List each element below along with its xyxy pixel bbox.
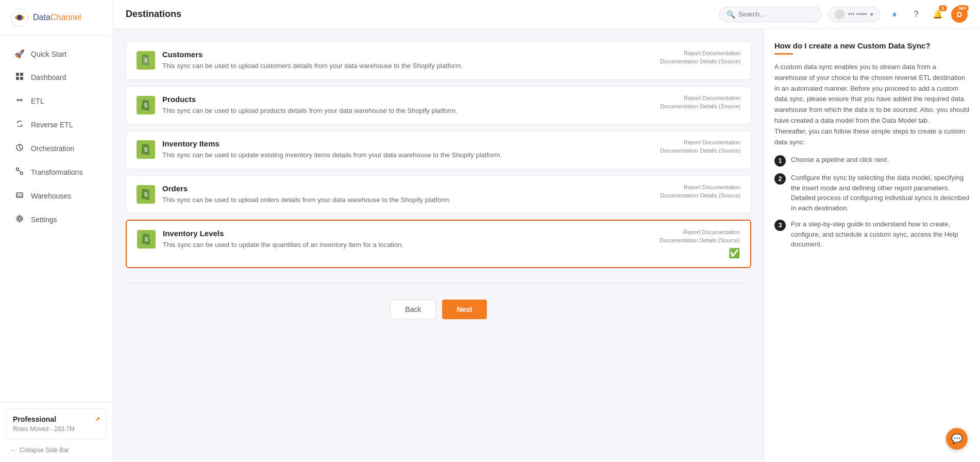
svg-text:S: S [144, 58, 148, 63]
shopify-icon-inventory-items: S [137, 140, 155, 159]
sync-body-inventory-levels: Inventory Levels This sync can be used t… [163, 229, 652, 250]
svg-point-1 [17, 15, 22, 20]
sidebar-item-quick-start[interactable]: 🚀 Quick Start [4, 43, 109, 65]
back-button[interactable]: Back [390, 300, 436, 319]
sidebar-item-warehouses[interactable]: Warehouses [4, 185, 109, 207]
sync-links-products: Report Documentation Documentation Detai… [660, 95, 740, 109]
chat-icon: 💬 [951, 433, 962, 444]
sync-desc-customers: This sync can be used to upload customer… [162, 61, 653, 71]
help-title: How do I create a new Custom Data Sync? [774, 41, 970, 50]
svg-text:S: S [144, 147, 148, 153]
plan-rows-label: Rows Moved - 283.7M [13, 425, 100, 433]
sync-list: S Customers This sync can be used to upl… [126, 41, 751, 274]
messages-badge: 99+ [957, 5, 969, 11]
shopify-icon-inventory-levels: S [137, 230, 156, 249]
help-icon: ? [914, 10, 919, 19]
step-item-3: 3 For a step-by-step guide to understand… [774, 219, 970, 250]
diamond-icon: ♦ [892, 10, 897, 19]
sync-item-orders[interactable]: S Orders This sync can be used to upload… [126, 175, 751, 214]
steps-list: 1 Choose a pipeline and click next. 2 Co… [774, 155, 970, 250]
doc-details-link-orders[interactable]: Documentation Details (Source) [660, 192, 740, 199]
sync-body-products: Products This sync can be used to upload… [162, 95, 653, 116]
collapse-sidebar-button[interactable]: ← Collapse Side Bar [6, 444, 107, 456]
external-link-icon[interactable]: ↗ [95, 416, 100, 423]
sidebar-item-orchestration[interactable]: Orchestration [4, 137, 109, 160]
user-info-dropdown[interactable]: ••• ••••• ▾ [828, 7, 880, 22]
warehouses-icon [14, 191, 25, 201]
svg-rect-5 [20, 77, 23, 80]
doc-details-link-inventory-items[interactable]: Documentation Details (Source) [660, 147, 740, 154]
sync-body-customers: Customers This sync can be used to uploa… [162, 50, 653, 71]
chat-button[interactable]: 💬 [946, 428, 968, 450]
right-panel: How do I create a new Custom Data Sync? … [764, 29, 980, 462]
svg-text:S: S [145, 237, 148, 242]
reverse-etl-icon [14, 120, 25, 130]
sync-links-customers: Report Documentation Documentation Detai… [660, 50, 740, 64]
sync-title-inventory-items: Inventory Items [162, 139, 653, 148]
rocket-icon: 🚀 [14, 49, 25, 59]
search-box[interactable]: 🔍 [719, 7, 822, 22]
sidebar-item-transformations[interactable]: Transformations [4, 161, 109, 184]
sync-links-inventory-items: Report Documentation Documentation Detai… [660, 139, 740, 154]
step-item-1: 1 Choose a pipeline and click next. [774, 155, 970, 167]
sidebar-item-etl[interactable]: ETL [4, 90, 109, 112]
doc-details-link-customers[interactable]: Documentation Details (Source) [660, 58, 740, 64]
report-doc-link-orders[interactable]: Report Documentation [684, 184, 740, 190]
sidebar-item-reverse-etl[interactable]: Reverse ETL [4, 113, 109, 136]
svg-rect-3 [20, 73, 23, 76]
sync-item-inventory-levels[interactable]: S Inventory Levels This sync can be used… [126, 220, 751, 268]
sidebar-footer: Professional ↗ Rows Moved - 283.7M ← Col… [0, 402, 113, 462]
search-icon: 🔍 [726, 10, 735, 19]
report-doc-link-customers[interactable]: Report Documentation [684, 50, 740, 56]
sync-title-customers: Customers [162, 50, 653, 59]
help-button[interactable]: ? [908, 6, 924, 23]
shopify-icon: S [137, 51, 155, 70]
sync-body-orders: Orders This sync can be used to upload o… [162, 184, 653, 205]
svg-rect-2 [16, 73, 19, 76]
logo: DataChannel [0, 0, 113, 36]
svg-point-7 [16, 168, 19, 171]
help-intro-text: A custom data sync enables you to stream… [774, 62, 970, 147]
main-content: S Customers This sync can be used to upl… [113, 29, 764, 462]
logo-text: DataChannel [33, 13, 81, 22]
sidebar-nav: 🚀 Quick Start Dashboard ETL Reverse ETL [0, 36, 113, 402]
diamond-button[interactable]: ♦ [886, 6, 903, 23]
settings-icon [14, 214, 25, 225]
sync-item-customers[interactable]: S Customers This sync can be used to upl… [126, 41, 751, 80]
svg-rect-4 [16, 77, 19, 80]
shopify-icon-products: S [137, 96, 155, 114]
svg-text:S: S [144, 103, 148, 108]
notifications-button[interactable]: 🔔 1 [930, 6, 946, 23]
shopify-icon-orders: S [137, 185, 155, 204]
search-input[interactable] [738, 10, 810, 18]
sync-desc-inventory-levels: This sync can be used to update the quan… [163, 240, 652, 250]
report-doc-link-inventory-items[interactable]: Report Documentation [684, 139, 740, 145]
svg-text:S: S [144, 192, 148, 197]
step-text-2: Configure the sync by selecting the data… [791, 173, 970, 213]
svg-point-8 [21, 172, 23, 175]
chevron-down-icon: ▾ [870, 11, 873, 18]
step-text-3: For a step-by-step guide to understand h… [791, 219, 970, 250]
report-doc-link-inventory-levels[interactable]: Report Documentation [683, 229, 740, 235]
next-button[interactable]: Next [442, 300, 486, 319]
step-number-3: 3 [774, 220, 786, 231]
sync-title-orders: Orders [162, 184, 653, 193]
notifications-badge: 1 [939, 5, 947, 11]
orchestration-icon [14, 143, 25, 154]
sync-title-products: Products [162, 95, 653, 104]
sidebar-item-settings[interactable]: Settings [4, 208, 109, 231]
header: Destinations 🔍 ••• ••••• ▾ ♦ ? 🔔 [113, 0, 980, 29]
messages-button[interactable]: D 99+ [951, 6, 968, 23]
step-text-1: Choose a pipeline and click next. [791, 155, 889, 165]
svg-rect-14 [835, 9, 845, 20]
sync-item-inventory-items[interactable]: S Inventory Items This sync can be used … [126, 130, 751, 169]
sync-item-products[interactable]: S Products This sync can be used to uplo… [126, 86, 751, 125]
content-area: S Customers This sync can be used to upl… [113, 29, 980, 462]
doc-details-link-products[interactable]: Documentation Details (Source) [660, 103, 740, 109]
sidebar-item-dashboard[interactable]: Dashboard [4, 66, 109, 89]
sync-title-inventory-levels: Inventory Levels [163, 229, 652, 238]
report-doc-link-products[interactable]: Report Documentation [684, 95, 740, 101]
doc-details-link-inventory-levels[interactable]: Documentation Details (Source) [660, 237, 740, 243]
header-right: 🔍 ••• ••••• ▾ ♦ ? 🔔 1 D [719, 6, 968, 23]
sync-desc-inventory-items: This sync can be used to update existing… [162, 150, 653, 160]
